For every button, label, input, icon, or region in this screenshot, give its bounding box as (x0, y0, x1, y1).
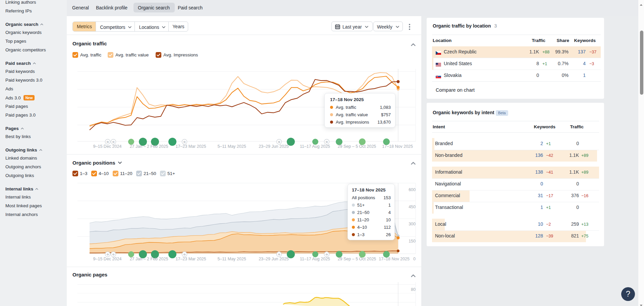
svg-text:600: 600 (409, 187, 416, 192)
svg-text:G: G (112, 140, 114, 143)
svg-text:G: G (183, 253, 185, 256)
svg-text:29 Sep – 5 Oct 2025: 29 Sep – 5 Oct 2025 (338, 257, 376, 261)
svg-text:9–15 Dec 2024: 9–15 Dec 2024 (93, 257, 122, 261)
svg-text:9–15 Dec 2024: 9–15 Dec 2024 (93, 144, 122, 149)
svg-text:G: G (278, 140, 280, 143)
svg-text:5–11 May 2025: 5–11 May 2025 (217, 144, 246, 149)
svg-text:27 Jan – 2 Feb 2025: 27 Jan – 2 Feb 2025 (130, 257, 168, 261)
svg-text:G: G (107, 253, 109, 256)
svg-text:17–18 Nov 2025: 17–18 Nov 2025 (382, 144, 413, 149)
svg-text:150: 150 (409, 239, 416, 244)
svg-text:G: G (326, 253, 328, 256)
svg-text:17–18 Nov 2025: 17–18 Nov 2025 (379, 257, 410, 261)
svg-text:23–29 Jun 2025: 23–29 Jun 2025 (259, 257, 289, 261)
svg-text:0: 0 (413, 257, 416, 261)
svg-text:17–23 Mar 2025: 17–23 Mar 2025 (175, 144, 206, 149)
svg-text:27 Jan – 2 Feb 2025: 27 Jan – 2 Feb 2025 (130, 144, 168, 149)
svg-text:G: G (112, 253, 114, 256)
svg-text:11–17 Aug 2025: 11–17 Aug 2025 (300, 144, 330, 149)
svg-text:G: G (326, 140, 328, 143)
svg-text:17–23 Mar 2025: 17–23 Mar 2025 (175, 257, 206, 261)
svg-text:G: G (183, 140, 185, 143)
svg-text:G: G (107, 140, 109, 143)
svg-text:29 Sep – 5 Oct 2025: 29 Sep – 5 Oct 2025 (338, 144, 376, 149)
svg-text:450: 450 (409, 205, 416, 209)
svg-text:80: 80 (411, 287, 416, 292)
svg-text:300: 300 (409, 222, 416, 226)
svg-text:5–11 May 2025: 5–11 May 2025 (217, 257, 246, 261)
svg-text:23–29 Jun 2025: 23–29 Jun 2025 (259, 144, 289, 149)
svg-text:11–17 Aug 2025: 11–17 Aug 2025 (300, 257, 330, 261)
svg-text:G: G (278, 253, 280, 256)
